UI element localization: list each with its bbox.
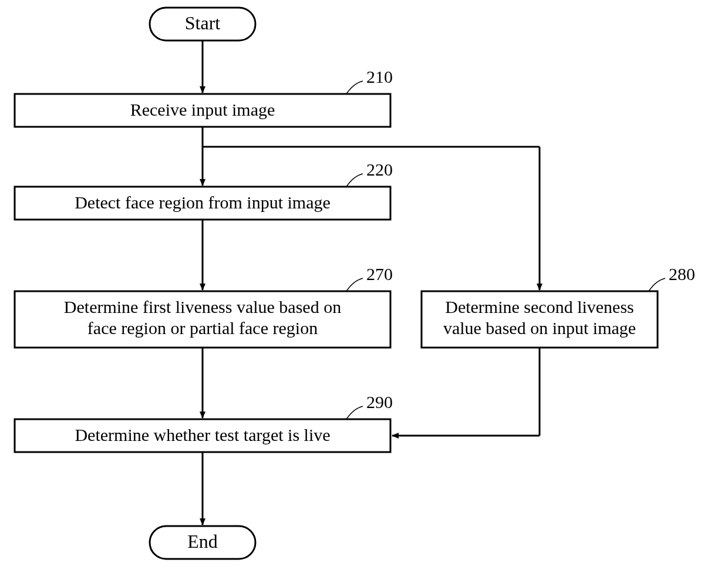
- callout-290: [346, 406, 363, 419]
- step-280-line2: value based on input image: [443, 318, 636, 338]
- ref-290: 290: [366, 392, 393, 412]
- start-label: Start: [185, 12, 221, 33]
- step-280: Determine second liveness value based on…: [422, 291, 658, 348]
- ref-210: 210: [366, 67, 393, 86]
- step-270-line2: face region or partial face region: [87, 318, 318, 338]
- ref-280: 280: [669, 264, 695, 284]
- ref-220: 220: [366, 160, 393, 179]
- ref-270: 270: [366, 264, 393, 284]
- step-210-text: Receive input image: [130, 100, 275, 119]
- start-terminator: Start: [150, 8, 255, 41]
- step-220: Detect face region from input image: [15, 187, 390, 220]
- callout-220: [346, 174, 363, 187]
- step-280-line1: Determine second liveness: [445, 297, 634, 316]
- step-220-text: Detect face region from input image: [75, 193, 331, 212]
- step-270-line1: Determine first liveness value based on: [64, 297, 341, 316]
- callout-210: [346, 81, 363, 94]
- flowchart-diagram: Start Receive input image 210 Detect fac…: [0, 0, 728, 583]
- step-210: Receive input image: [15, 94, 390, 127]
- callout-280: [649, 278, 665, 291]
- step-290: Determine whether test target is live: [15, 419, 390, 452]
- callout-270: [346, 278, 363, 291]
- step-290-text: Determine whether test target is live: [75, 425, 330, 444]
- step-270: Determine first liveness value based on …: [15, 291, 390, 348]
- end-terminator: End: [150, 526, 255, 559]
- end-label: End: [187, 531, 218, 552]
